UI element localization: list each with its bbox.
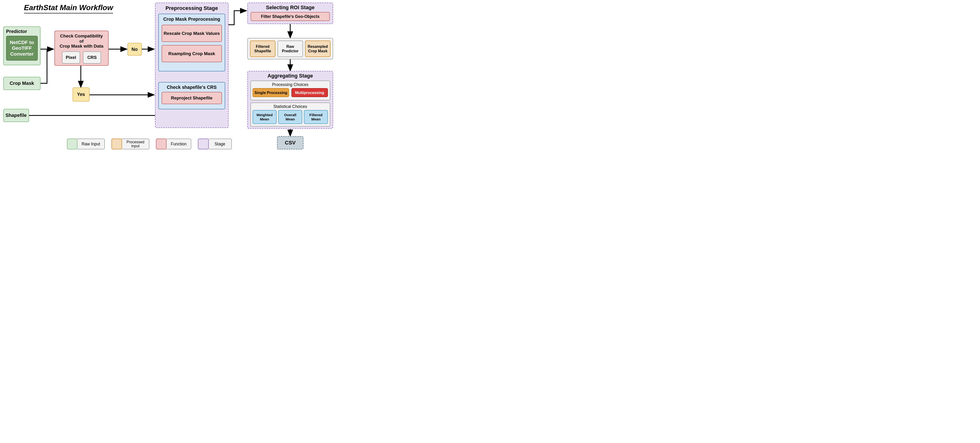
decision-yes: Yes <box>73 88 89 102</box>
weighted-mean: Weighted Mean <box>253 110 276 124</box>
processing-choices: Processing Choices Single Processing Mul… <box>250 81 330 100</box>
filtered-label: Filtered Mean <box>305 113 326 121</box>
check-compatibility: Check Compatibility of Crop Mask with Da… <box>54 30 108 66</box>
no-label: No <box>132 47 138 52</box>
raw-predictor-label: Raw Predictor <box>279 44 302 53</box>
yes-label: Yes <box>77 92 85 97</box>
weighted-label: Weighted Mean <box>254 113 275 121</box>
legend-stage-label: Stage <box>215 142 226 146</box>
multi-label: Multiprocessing <box>295 91 324 95</box>
legend-function-swatch <box>156 139 167 150</box>
reproject-function: Reproject Shapefile <box>162 92 222 104</box>
resampled-cm-label: Resampled Crop Mask <box>307 44 329 53</box>
legend-function-label: Function <box>171 142 186 146</box>
crop-mask-preprocessing: Crop Mask Preprocessing Rescale Crop Mas… <box>158 14 225 72</box>
processing-title: Processing Choices <box>272 82 309 87</box>
csv-label: CSV <box>285 140 296 146</box>
raw-predictor: Raw Predictor <box>277 40 303 57</box>
crs-label: CRS <box>88 55 97 60</box>
single-processing: Single Processing <box>253 88 289 97</box>
reproject-label: Reproject Shapefile <box>171 96 213 100</box>
resampled-crop-mask: Resampled Crop Mask <box>305 40 331 57</box>
legend-function-label-box: Function <box>167 139 191 150</box>
shapefile-input: Shapefile <box>3 109 29 122</box>
rescale-label: Rescale Crop Mask Values <box>164 31 220 36</box>
crop-mask-input: Crop Mask <box>3 77 41 90</box>
aggregating-stage: Aggregating Stage Processing Choices Sin… <box>247 71 333 129</box>
cm-prep-title: Crop Mask Preprocessing <box>163 16 220 22</box>
statistical-choices: Statistical Choices Weighted Mean Overal… <box>250 102 330 126</box>
filtered-shp-label: Filtered Shapefile <box>251 44 274 53</box>
resample-label: Rsampling Crop Mask <box>169 51 215 56</box>
legend-raw-swatch <box>67 139 78 150</box>
legend-stage-label-box: Stage <box>209 139 232 150</box>
shapefile-label: Shapefile <box>5 113 27 118</box>
selecting-roi-stage: Selecting ROI Stage Filter Shapefile's G… <box>247 3 333 24</box>
overall-mean: Overall Mean <box>278 110 302 124</box>
multiprocessing: Multiprocessing <box>291 88 328 97</box>
check-shapefile-crs: Check shapefile's CRS Reproject Shapefil… <box>158 82 225 109</box>
preprocessing-title: Preprocessing Stage <box>165 5 218 11</box>
filtered-shapefile: Filtered Shapefile <box>250 40 275 57</box>
legend-raw-label: Raw Input <box>81 142 100 146</box>
resample-function: Rsampling Crop Mask <box>162 45 222 62</box>
legend-stage-swatch <box>198 139 209 150</box>
legend-raw-label-box: Raw Input <box>78 139 105 150</box>
predictor-label: Predictor <box>6 29 27 34</box>
filter-label: Filter Shapefile's Geo-Objects <box>261 14 320 19</box>
converter-label: NetCDF to GeoTIFF Converter <box>8 40 36 57</box>
workflow-diagram: EarthStat Main Workflow Predict <box>0 0 343 155</box>
pixel-label: Pixel <box>66 55 76 60</box>
legend-processed-swatch <box>111 139 122 150</box>
filter-geo-objects: Filter Shapefile's Geo-Objects <box>251 12 330 21</box>
csv-output: CSV <box>277 136 304 150</box>
check-title1: Check Compatibility of <box>58 33 105 44</box>
decision-no: No <box>127 43 142 56</box>
shp-crs-title: Check shapefile's CRS <box>167 84 217 90</box>
rescale-function: Rescale Crop Mask Values <box>162 25 222 42</box>
crop-mask-label: Crop Mask <box>10 81 34 86</box>
predictor-group: Predictor NetCDF to GeoTIFF Converter <box>3 26 41 65</box>
processed-inputs-group: Filtered Shapefile Raw Predictor Resampl… <box>247 38 333 59</box>
single-label: Single Processing <box>255 91 287 95</box>
filtered-mean: Filtered Mean <box>304 110 328 124</box>
stat-title: Statistical Choices <box>274 104 307 109</box>
check-pixel: Pixel <box>62 51 80 64</box>
netcdf-converter: NetCDF to GeoTIFF Converter <box>6 36 38 61</box>
aggregating-title: Aggregating Stage <box>267 73 313 79</box>
overall-label: Overall Mean <box>280 113 301 121</box>
preprocessing-stage: Preprocessing Stage Crop Mask Preprocess… <box>155 3 229 128</box>
legend-processed-label: Processed input <box>122 140 149 148</box>
roi-title: Selecting ROI Stage <box>266 5 315 11</box>
check-title2: Crop Mask with Data <box>60 44 103 49</box>
check-crs: CRS <box>83 51 101 64</box>
legend-processed-label-box: Processed input <box>122 139 150 150</box>
